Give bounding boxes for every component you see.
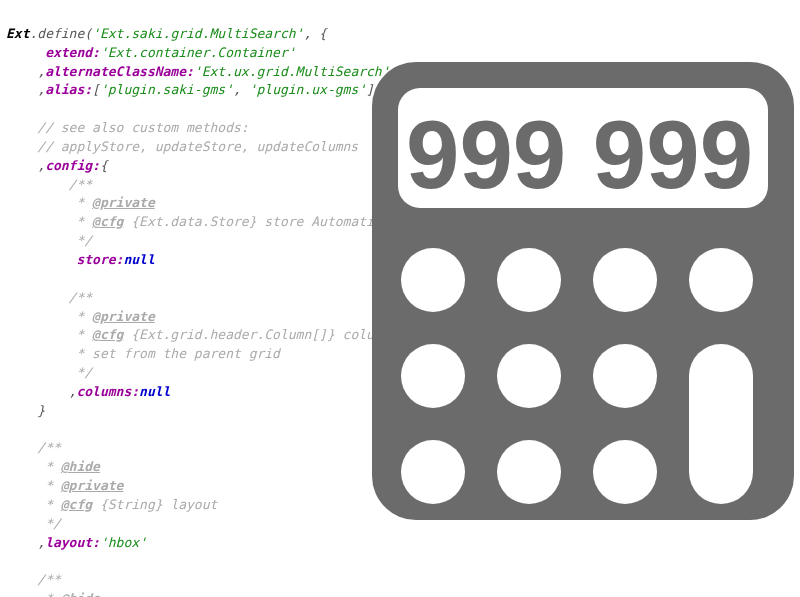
calc-btn[interactable]	[593, 440, 657, 504]
blank-line	[6, 422, 14, 437]
class-name-str: 'Ext.saki.grid.MultiSearch'	[92, 26, 303, 41]
prop-config: config:	[45, 158, 100, 173]
jsdoc-close: */	[6, 516, 61, 531]
calc-btn[interactable]	[497, 440, 561, 504]
calc-btn[interactable]	[401, 248, 465, 312]
hide-tag: @hide	[61, 591, 100, 597]
jsdoc-line: * @private	[6, 309, 155, 324]
jsdoc-open: /**	[6, 440, 61, 455]
jsdoc-close: */	[6, 233, 92, 248]
acn-val: 'Ext.ux.grid.MultiSearch'	[194, 64, 390, 79]
null-kw: null	[139, 384, 170, 399]
cfg-tag: @cfg	[92, 327, 123, 342]
calc-btn[interactable]	[689, 248, 753, 312]
prop-alternate-class-name: alternateClassName:	[45, 64, 194, 79]
private-tag: @private	[92, 309, 155, 324]
jsdoc-line: * @cfg {String} layout	[6, 497, 217, 512]
private-tag: @private	[61, 478, 124, 493]
calc-btn[interactable]	[401, 440, 465, 504]
brace-open: {	[319, 26, 327, 41]
jsdoc-line: * @cfg {Ext.data.Store} store Automatic	[6, 214, 382, 229]
alias-val-2: 'plugin.ux-gms'	[249, 82, 366, 97]
calc-btn[interactable]	[593, 344, 657, 408]
jsdoc-close: */	[6, 365, 92, 380]
prop-alias: alias:	[45, 82, 92, 97]
private-tag: @private	[92, 195, 155, 210]
comma: ,	[303, 26, 319, 41]
jsdoc-line: * set from the parent grid	[6, 346, 280, 361]
paren-open: (	[84, 26, 92, 41]
jsdoc-line: * @hide	[6, 591, 100, 597]
cfg-tag: @cfg	[61, 497, 92, 512]
calculator-display: 999 999	[406, 101, 753, 208]
line: extend:'Ext.container.Container'	[6, 45, 296, 60]
line: ,layout:'hbox'	[6, 535, 147, 550]
line: Ext.define('Ext.saki.grid.MultiSearch', …	[6, 26, 327, 41]
prop-extend: extend:	[45, 45, 100, 60]
comment-line: // see also custom methods:	[6, 120, 249, 135]
calculator-icon: 999 999	[372, 62, 794, 520]
jsdoc-open: /**	[6, 290, 92, 305]
comment-line: // applyStore, updateStore, updateColumn…	[6, 139, 358, 154]
line: store:null	[6, 252, 155, 267]
alias-val-1: 'plugin.saki-gms'	[100, 82, 233, 97]
line: ,columns:null	[6, 384, 170, 399]
layout-val: 'hbox'	[100, 535, 147, 550]
calc-btn[interactable]	[497, 248, 561, 312]
jsdoc-line: * @private	[6, 195, 155, 210]
calc-btn-tall[interactable]	[689, 344, 753, 504]
prop-store: store:	[76, 252, 123, 267]
ext-ident: Ext	[6, 26, 29, 41]
prop-columns: columns:	[76, 384, 139, 399]
line: ,alias:['plugin.saki-gms', 'plugin.ux-gm…	[6, 82, 374, 97]
null-kw: null	[123, 252, 154, 267]
prop-layout: layout:	[45, 535, 100, 550]
hide-tag: @hide	[61, 459, 100, 474]
blank-line	[6, 271, 14, 286]
calc-btn[interactable]	[497, 344, 561, 408]
jsdoc-line: * @private	[6, 478, 123, 493]
line: ,config:{	[6, 158, 108, 173]
cfg-tag: @cfg	[92, 214, 123, 229]
blank-line	[6, 101, 14, 116]
jsdoc-open: /**	[6, 572, 61, 587]
brace-close: }	[6, 403, 45, 418]
blank-line	[6, 553, 14, 568]
define-call: define	[37, 26, 84, 41]
jsdoc-line: * @hide	[6, 459, 100, 474]
extend-val: 'Ext.container.Container'	[100, 45, 296, 60]
jsdoc-open: /**	[6, 177, 92, 192]
line: ,alternateClassName:'Ext.ux.grid.MultiSe…	[6, 64, 390, 79]
calc-btn[interactable]	[401, 344, 465, 408]
calc-btn[interactable]	[593, 248, 657, 312]
